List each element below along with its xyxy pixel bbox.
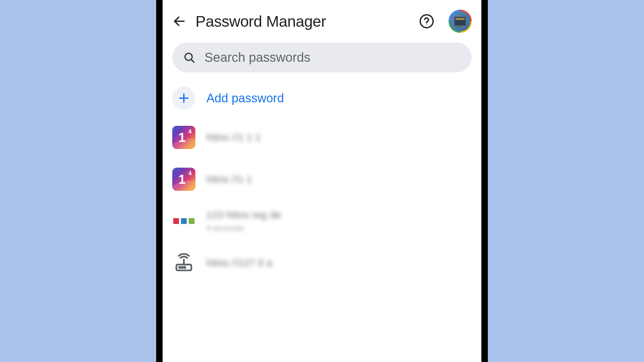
password-entry[interactable]: 1 4 httns //1 1: [172, 168, 472, 191]
router-icon: [174, 253, 194, 273]
plus-circle: [172, 87, 195, 110]
screen: Password Manager Search passwords: [163, 0, 481, 362]
page-title: Password Manager: [195, 13, 410, 30]
account-avatar[interactable]: [449, 10, 472, 33]
phone-frame: Password Manager Search passwords: [156, 0, 488, 362]
entry-text: 123 httns reg de 4 accounts: [206, 209, 472, 233]
arrow-back-icon: [172, 14, 186, 28]
entry-title-blurred: httns //1 1 1: [206, 132, 472, 143]
entry-title-blurred: httns //1 1: [206, 174, 472, 185]
password-entry[interactable]: httns //127 0 a: [172, 251, 472, 274]
password-list: 1 4 httns //1 1 1 1 4 httns //1 1: [172, 126, 472, 274]
add-password-button[interactable]: Add password: [172, 85, 472, 111]
app-icon: [172, 251, 195, 274]
svg-point-1: [420, 15, 433, 28]
password-entry[interactable]: 123 httns reg de 4 accounts: [172, 209, 472, 233]
color-square-icon: [181, 218, 187, 224]
search-placeholder: Search passwords: [204, 50, 310, 65]
avatar-image: [450, 11, 470, 32]
app-icon: 1 4: [172, 126, 195, 149]
search-input[interactable]: Search passwords: [172, 42, 472, 72]
help-icon: [419, 14, 434, 29]
plus-icon: [178, 92, 190, 104]
add-password-label: Add password: [206, 91, 284, 105]
entry-subtitle-blurred: 4 accounts: [206, 224, 472, 233]
entry-text: httns //127 0 a: [206, 257, 472, 268]
app-icon: [172, 209, 195, 233]
icon-text: 1: [178, 172, 185, 187]
app-icon: 1 4: [172, 168, 195, 191]
password-entry[interactable]: 1 4 httns //1 1 1: [172, 126, 472, 149]
icon-superscript: 4: [188, 170, 192, 177]
icon-superscript: 4: [188, 128, 192, 135]
svg-point-10: [184, 267, 185, 268]
icon-text: 1: [178, 130, 185, 145]
entry-title-blurred: 123 httns reg de: [206, 209, 472, 220]
svg-point-2: [426, 24, 427, 25]
svg-line-4: [191, 59, 194, 62]
search-icon: [183, 51, 195, 64]
header: Password Manager: [172, 6, 472, 42]
back-button[interactable]: [172, 14, 186, 28]
entry-text: httns //1 1 1: [206, 132, 472, 143]
svg-point-8: [179, 267, 180, 268]
svg-point-9: [182, 267, 183, 268]
color-square-icon: [173, 218, 179, 224]
entry-title-blurred: httns //127 0 a: [206, 257, 472, 268]
help-button[interactable]: [419, 14, 434, 29]
color-square-icon: [189, 218, 194, 224]
entry-text: httns //1 1: [206, 174, 472, 185]
